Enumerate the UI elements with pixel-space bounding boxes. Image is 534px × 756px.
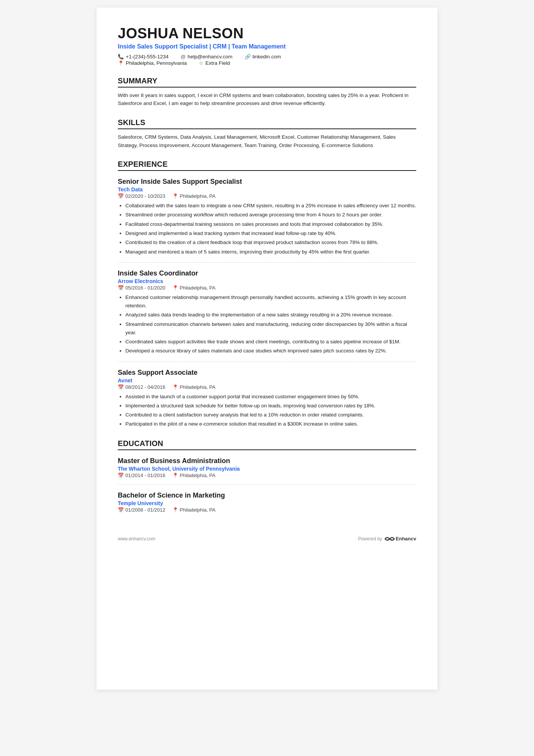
resume-container: JOSHUA NELSON Inside Sales Support Speci… <box>97 8 437 690</box>
list-item: Contributed to a client satisfaction sur… <box>125 411 416 419</box>
job-2-title: Inside Sales Coordinator <box>118 269 416 277</box>
header: JOSHUA NELSON Inside Sales Support Speci… <box>118 26 416 66</box>
footer-brand: Powered by Enhancv <box>358 535 416 542</box>
experience-section: EXPERIENCE Senior Inside Sales Support S… <box>118 160 416 429</box>
phone-number: +1-(234)-555-1234 <box>126 54 169 59</box>
summary-title: SUMMARY <box>118 77 416 88</box>
phone-icon: 📞 <box>118 54 124 59</box>
degree-2-location: 📍 Philadelphia, PA <box>172 507 215 513</box>
location-icon-edu-2: 📍 <box>172 507 178 513</box>
skills-section: SKILLS Salesforce, CRM Systems, Data Ana… <box>118 118 416 149</box>
email-icon: @ <box>181 54 186 59</box>
extra-field-contact: ☆ Extra Field <box>199 60 230 66</box>
degree-1: Master of Business Administration The Wh… <box>118 457 416 478</box>
list-item: Collaborated with the sales team to inte… <box>125 202 416 210</box>
list-item: Managed and mentored a team of 5 sales i… <box>125 248 416 256</box>
phone-contact: 📞 +1-(234)-555-1234 <box>118 54 169 59</box>
calendar-icon-1: 📅 <box>118 193 124 199</box>
experience-title: EXPERIENCE <box>118 160 416 171</box>
list-item: Assisted in the launch of a customer sup… <box>125 393 416 401</box>
exp-divider-1 <box>118 262 416 263</box>
list-item: Streamlined order processing workflow wh… <box>125 211 416 219</box>
degree-1-school: The Wharton School, University of Pennsy… <box>118 466 416 472</box>
list-item: Streamlined communication channels betwe… <box>125 320 416 337</box>
list-item: Facilitated cross-departmental training … <box>125 220 416 229</box>
job-1-meta: 📅 02/2020 - 10/2023 📍 Philadelphia, PA <box>118 193 416 199</box>
calendar-icon-3: 📅 <box>118 384 124 390</box>
degree-2-date: 📅 01/2008 - 01/2012 <box>118 507 166 513</box>
job-3: Sales Support Associate Avnet 📅 08/2012 … <box>118 369 416 429</box>
enhancv-icon <box>384 535 395 542</box>
list-item: Implemented a structured task schedule f… <box>125 402 416 410</box>
footer-website: www.enhancv.com <box>118 536 155 542</box>
skills-title: SKILLS <box>118 118 416 129</box>
job-1: Senior Inside Sales Support Specialist T… <box>118 178 416 256</box>
linkedin-url: linkedin.com <box>253 54 281 59</box>
list-item: Analyzed sales data trends leading to th… <box>125 311 416 319</box>
location-icon-1: 📍 <box>172 193 178 199</box>
list-item: Participated in the pilot of a new e-com… <box>125 420 416 428</box>
job-3-location: 📍 Philadelphia, PA <box>172 384 215 390</box>
job-2-location: 📍 Philadelphia, PA <box>172 285 215 291</box>
summary-text: With over 8 years in sales support, I ex… <box>118 91 416 108</box>
job-2-meta: 📅 05/2016 - 01/2020 📍 Philadelphia, PA <box>118 285 416 291</box>
email-address: help@enhancv.com <box>187 54 233 59</box>
list-item: Coordinated sales support activities lik… <box>125 338 416 346</box>
linkedin-contact: 🔗 linkedin.com <box>245 54 281 59</box>
job-3-meta: 📅 08/2012 - 04/2016 📍 Philadelphia, PA <box>118 384 416 390</box>
location-text: Philadelphia, Pennsylvania <box>126 60 187 66</box>
location-icon-edu-1: 📍 <box>172 473 178 478</box>
job-3-bullets: Assisted in the launch of a customer sup… <box>118 393 416 429</box>
candidate-title: Inside Sales Support Specialist | CRM | … <box>118 43 416 50</box>
linkedin-icon: 🔗 <box>245 54 251 59</box>
contact-row-1: 📞 +1-(234)-555-1234 @ help@enhancv.com 🔗… <box>118 54 416 59</box>
email-contact: @ help@enhancv.com <box>181 54 233 59</box>
list-item: Enhanced customer relationship managemen… <box>125 293 416 310</box>
calendar-icon-2: 📅 <box>118 285 124 291</box>
job-3-title: Sales Support Associate <box>118 369 416 377</box>
location-icon: 📍 <box>118 60 124 66</box>
degree-2-title: Bachelor of Science in Marketing <box>118 491 416 499</box>
exp-divider-2 <box>118 362 416 362</box>
location-contact: 📍 Philadelphia, Pennsylvania <box>118 60 187 66</box>
degree-1-title: Master of Business Administration <box>118 457 416 465</box>
job-1-date: 📅 02/2020 - 10/2023 <box>118 193 166 199</box>
education-title: EDUCATION <box>118 439 416 450</box>
contact-row-2: 📍 Philadelphia, Pennsylvania ☆ Extra Fie… <box>118 60 416 66</box>
extra-field-text: Extra Field <box>205 60 230 66</box>
list-item: Contributed to the creation of a client … <box>125 238 416 247</box>
enhancv-logo: Enhancv <box>384 535 416 542</box>
footer: www.enhancv.com Powered by Enhancv <box>118 535 416 542</box>
list-item: Designed and implemented a lead tracking… <box>125 229 416 238</box>
job-1-location: 📍 Philadelphia, PA <box>172 193 215 199</box>
summary-section: SUMMARY With over 8 years in sales suppo… <box>118 77 416 108</box>
degree-2: Bachelor of Science in Marketing Temple … <box>118 491 416 513</box>
job-2-company: Arrow Electronics <box>118 278 416 284</box>
degree-1-location: 📍 Philadelphia, PA <box>172 473 215 478</box>
job-2: Inside Sales Coordinator Arrow Electroni… <box>118 269 416 355</box>
degree-2-meta: 📅 01/2008 - 01/2012 📍 Philadelphia, PA <box>118 507 416 513</box>
job-3-date: 📅 08/2012 - 04/2016 <box>118 384 166 390</box>
job-1-title: Senior Inside Sales Support Specialist <box>118 178 416 186</box>
job-1-company: Tech Data <box>118 186 416 193</box>
edu-divider-1 <box>118 484 416 485</box>
degree-1-date: 📅 01/2014 - 01/2016 <box>118 473 166 478</box>
star-icon: ☆ <box>199 60 203 66</box>
location-icon-3: 📍 <box>172 384 178 390</box>
candidate-name: JOSHUA NELSON <box>118 26 416 42</box>
job-2-bullets: Enhanced customer relationship managemen… <box>118 293 416 355</box>
calendar-icon-edu-1: 📅 <box>118 473 124 478</box>
degree-2-school: Temple University <box>118 500 416 506</box>
job-3-company: Avnet <box>118 377 416 383</box>
enhancv-brand-name: Enhancv <box>396 536 416 542</box>
location-icon-2: 📍 <box>172 285 178 291</box>
education-section: EDUCATION Master of Business Administrat… <box>118 439 416 513</box>
skills-text: Salesforce, CRM Systems, Data Analysis, … <box>118 133 416 149</box>
job-1-bullets: Collaborated with the sales team to inte… <box>118 202 416 256</box>
job-2-date: 📅 05/2016 - 01/2020 <box>118 285 166 291</box>
powered-by-text: Powered by <box>358 536 382 542</box>
list-item: Developed a resource library of sales ma… <box>125 347 416 355</box>
degree-1-meta: 📅 01/2014 - 01/2016 📍 Philadelphia, PA <box>118 473 416 478</box>
calendar-icon-edu-2: 📅 <box>118 507 124 513</box>
